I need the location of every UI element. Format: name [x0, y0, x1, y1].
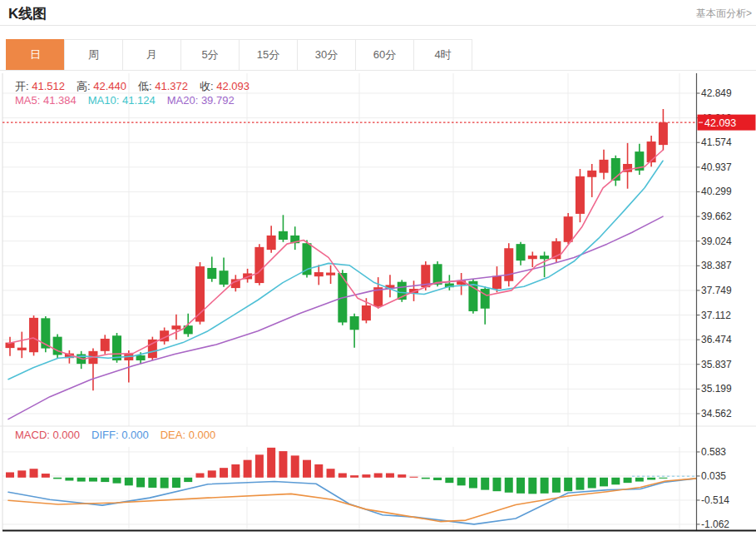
candle	[171, 325, 180, 330]
macd-tick-label: 0.583	[701, 446, 726, 458]
tab-周[interactable]: 周	[64, 39, 123, 71]
candle	[136, 355, 146, 360]
macd-bar	[576, 478, 584, 490]
kline-widget: 42.84942.21241.57440.93740.29939.66239.0…	[0, 0, 756, 536]
macd-bar	[445, 478, 453, 483]
candle	[350, 316, 359, 330]
price-tick-label: 37.112	[701, 310, 731, 321]
ohlc-item: 收: 42.093	[200, 80, 250, 92]
candle	[17, 348, 27, 350]
tab-5分[interactable]: 5分	[180, 39, 240, 71]
price-tick-label: 42.849	[701, 87, 732, 99]
macd-bar	[184, 478, 192, 482]
price-tick-label: 37.749	[701, 285, 732, 296]
candle	[326, 273, 335, 275]
macd-bar	[195, 474, 204, 478]
candle	[362, 305, 371, 320]
price-tick-label: 38.387	[701, 260, 732, 271]
candle	[29, 318, 38, 352]
price-tick-label: 40.299	[701, 186, 732, 197]
tab-30分[interactable]: 30分	[297, 39, 356, 71]
ma-legend: MA5: 41.384MA10: 41.124MA20: 39.792	[15, 94, 246, 107]
tab-15分[interactable]: 15分	[239, 39, 298, 71]
macd-bar	[291, 455, 299, 477]
candle	[314, 272, 324, 276]
macd-bar	[659, 478, 667, 479]
macd-tick-label: -0.514	[701, 494, 729, 506]
candle	[516, 244, 526, 261]
macd-bar	[386, 474, 394, 478]
candle	[254, 247, 264, 283]
candle	[647, 141, 656, 162]
ma-item: MA5: 41.384	[15, 94, 77, 107]
tab-4时[interactable]: 4时	[413, 39, 472, 71]
header-divider	[0, 25, 756, 26]
macd-bar	[422, 478, 430, 479]
candle	[433, 264, 442, 285]
candle	[528, 256, 537, 259]
macd-item: MACD: 0.000	[15, 429, 80, 441]
macd-bar	[113, 478, 121, 484]
tab-60分[interactable]: 60分	[355, 39, 414, 71]
ma5-line	[8, 150, 663, 359]
period-tabbar: 日周月5分15分30分60分4时	[7, 39, 472, 71]
price-tick-label: 40.937	[701, 161, 732, 173]
macd-bar	[350, 475, 358, 478]
macd-bar	[267, 448, 275, 478]
macd-bar	[77, 478, 86, 482]
macd-item: DEA: 0.000	[161, 429, 216, 441]
candle	[267, 236, 276, 250]
macd-bar	[53, 478, 62, 479]
macd-bar	[588, 478, 596, 489]
ohlc-item: 开: 41.512	[15, 80, 65, 92]
macd-bar	[172, 478, 180, 488]
macd-bar	[516, 478, 525, 494]
macd-bar	[231, 464, 240, 478]
ohlc-item: 低: 41.372	[138, 80, 188, 92]
candle	[564, 216, 573, 242]
candle	[600, 160, 609, 173]
macd-bar	[161, 478, 169, 489]
macd-bar	[552, 478, 561, 493]
macd-tick-label: 0.035	[701, 470, 726, 482]
candle	[587, 171, 596, 177]
macd-bar	[528, 478, 536, 494]
macd-bar	[148, 478, 156, 488]
macd-bar	[647, 478, 655, 480]
candle	[504, 248, 513, 280]
ohlc-legend: 开: 41.512高: 42.440低: 41.372收: 42.093	[15, 79, 261, 94]
macd-bar	[30, 469, 38, 478]
macd-bar	[101, 478, 109, 482]
macd-bar	[136, 478, 145, 488]
price-tick-label: 36.474	[701, 334, 732, 345]
ma-item: MA10: 41.124	[88, 94, 156, 107]
tab-月[interactable]: 月	[122, 39, 181, 71]
candle	[207, 268, 216, 279]
fundamental-analysis-link[interactable]: 基本面分析>	[696, 7, 752, 21]
candle	[279, 231, 288, 240]
macd-bar	[635, 478, 644, 482]
macd-bar	[17, 470, 26, 477]
tab-日[interactable]: 日	[6, 39, 65, 71]
candle	[659, 122, 668, 145]
candle	[576, 176, 585, 214]
macd-bar	[362, 474, 370, 478]
price-tick-label: 39.662	[701, 211, 732, 222]
macd-bar	[492, 478, 501, 491]
macd-bar	[327, 469, 335, 478]
price-tick-label: 34.562	[701, 408, 732, 419]
macd-bar	[469, 478, 477, 489]
macd-tick-label: -1.062	[701, 519, 729, 530]
last-price-label: 42.093	[704, 117, 736, 129]
candle	[492, 276, 502, 289]
price-tick-label: 35.199	[701, 383, 732, 395]
candle	[481, 289, 490, 309]
macd-bar	[65, 478, 73, 481]
price-tick-label: 35.837	[701, 359, 732, 370]
macd-bar	[303, 460, 311, 478]
candle	[101, 339, 110, 351]
macd-bar	[481, 478, 489, 490]
price-tick-label: 39.024	[701, 236, 732, 247]
macd-bar	[338, 474, 347, 478]
macd-bar	[611, 478, 620, 484]
